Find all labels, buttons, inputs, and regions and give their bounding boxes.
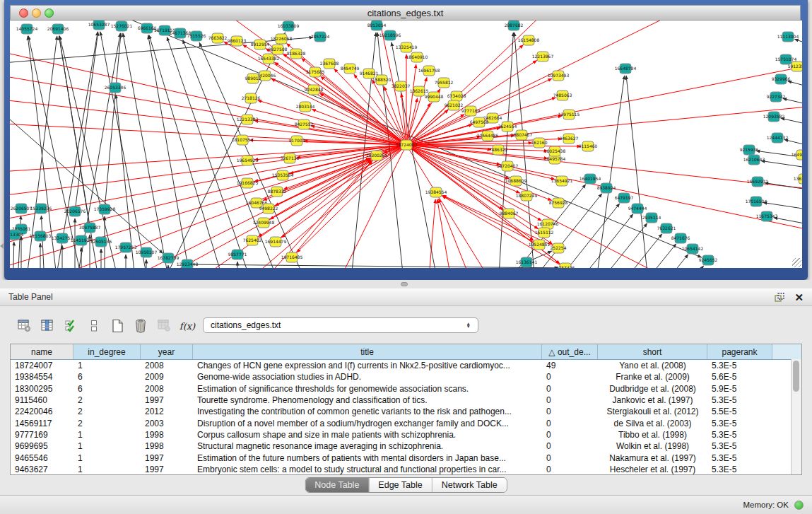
table-cell[interactable]: 5.9E-5 bbox=[707, 384, 772, 394]
table-cell[interactable]: Estimation of significance thresholds fo… bbox=[193, 384, 542, 394]
graph-edge[interactable] bbox=[73, 33, 120, 268]
table-row[interactable]: 1872400712008Changes of HCN gene express… bbox=[11, 360, 801, 371]
column-header-short[interactable]: short bbox=[598, 344, 707, 359]
graph-edge[interactable] bbox=[406, 145, 539, 229]
graph-edge[interactable] bbox=[763, 203, 802, 210]
table-cell[interactable]: 19384554 bbox=[11, 372, 73, 382]
table-cell[interactable]: Stergiakouli et al. (2012) bbox=[598, 407, 707, 416]
table-cell[interactable]: 1997 bbox=[141, 395, 193, 405]
table-cell[interactable]: 6 bbox=[73, 372, 141, 382]
table-cell[interactable]: 5.3E-5 bbox=[707, 453, 772, 463]
column-header-name[interactable]: name bbox=[11, 344, 73, 359]
graph-edge[interactable] bbox=[765, 183, 802, 190]
graph-edge[interactable] bbox=[17, 216, 21, 268]
graph-edge[interactable] bbox=[676, 266, 704, 268]
table-cell[interactable]: 9465546 bbox=[11, 453, 73, 463]
graph-edge[interactable] bbox=[297, 145, 406, 252]
splitter-collapse-arrow-icon[interactable] bbox=[0, 243, 4, 249]
table-cell[interactable]: Genome-wide association studies in ADHD. bbox=[193, 372, 542, 382]
table-cell[interactable]: 1 bbox=[73, 441, 141, 451]
table-cell[interactable]: 5.3E-5 bbox=[707, 430, 772, 440]
table-cell[interactable]: 5.6E-5 bbox=[707, 372, 772, 382]
graph-edge[interactable] bbox=[75, 32, 98, 211]
graph-edge[interactable] bbox=[783, 98, 802, 105]
table-cell[interactable]: Disruption of a novel member of a sodium… bbox=[193, 419, 542, 428]
table-cell[interactable]: Wolkin et al. (1998) bbox=[598, 441, 707, 451]
column-header-out_de[interactable]: △ out_de... bbox=[542, 344, 598, 359]
panel-divider[interactable] bbox=[0, 280, 812, 288]
table-cell[interactable]: 5.3E-5 bbox=[707, 395, 772, 405]
graph-edge[interactable] bbox=[10, 123, 406, 145]
table-cell[interactable]: 2012 bbox=[141, 407, 193, 416]
graph-edge[interactable] bbox=[281, 145, 406, 238]
graph-edge[interactable] bbox=[292, 161, 372, 257]
table-cell[interactable]: 9463627 bbox=[11, 465, 73, 474]
table-cell[interactable]: Structural magnetic resonance image aver… bbox=[193, 441, 542, 451]
table-cell[interactable]: 1997 bbox=[141, 465, 193, 474]
graph-edge[interactable] bbox=[761, 160, 802, 168]
table-cell[interactable]: 2008 bbox=[141, 384, 193, 394]
table-cell[interactable]: 22420046 bbox=[11, 407, 73, 416]
tab-edge-table[interactable]: Edge Table bbox=[369, 478, 432, 492]
column-header-title[interactable]: title bbox=[193, 344, 542, 359]
table-cell[interactable]: Embryonic stem cells: a model to study s… bbox=[193, 465, 542, 474]
table-cell[interactable]: 2008 bbox=[141, 361, 193, 370]
column-header-year[interactable]: year bbox=[141, 344, 193, 359]
row-height-icon[interactable] bbox=[87, 319, 101, 333]
node-table[interactable]: namein_degreeyeartitle△ out_de...shortpa… bbox=[10, 344, 802, 475]
table-cell[interactable]: 6 bbox=[73, 384, 141, 394]
graph-edge[interactable] bbox=[794, 39, 802, 45]
graph-edge[interactable] bbox=[100, 32, 151, 268]
table-cell[interactable]: 0 bbox=[542, 407, 598, 416]
table-row[interactable]: 946362711997Embryonic stem cells: a mode… bbox=[11, 464, 801, 475]
graph-edge[interactable] bbox=[10, 49, 406, 145]
function-builder-icon[interactable]: f(x) bbox=[180, 319, 194, 333]
table-cell[interactable]: 1 bbox=[73, 465, 141, 474]
scrollbar-thumb[interactable] bbox=[793, 361, 799, 392]
table-cell[interactable]: 2 bbox=[73, 407, 141, 416]
column-header-pagerank[interactable]: pagerank bbox=[707, 344, 772, 359]
table-cell[interactable]: Tibbo et al. (1998) bbox=[598, 430, 707, 440]
table-row[interactable]: 1456911722003Disruption of a novel membe… bbox=[11, 417, 801, 428]
table-cell[interactable]: Corpus callosum shape and size in male p… bbox=[193, 430, 542, 440]
graph-edge[interactable] bbox=[652, 255, 688, 268]
tab-network-table[interactable]: Network Table bbox=[433, 478, 507, 492]
graph-edge[interactable] bbox=[187, 264, 558, 268]
new-table-icon[interactable] bbox=[110, 319, 124, 333]
table-row[interactable]: 977716911998Corpus callosum shape and si… bbox=[11, 429, 801, 440]
table-cell[interactable]: Hescheler et al. (1997) bbox=[598, 465, 707, 474]
show-columns-icon[interactable] bbox=[64, 319, 78, 333]
table-cell[interactable]: Estimation of the future numbers of pati… bbox=[193, 453, 542, 463]
table-cell[interactable]: 0 bbox=[542, 384, 598, 394]
table-row[interactable]: 1938455462009Genome-wide association stu… bbox=[11, 371, 801, 382]
table-cell[interactable]: 1 bbox=[73, 361, 141, 370]
table-cell[interactable]: 0 bbox=[542, 372, 598, 382]
graph-edge[interactable] bbox=[774, 218, 802, 225]
table-cell[interactable]: 0 bbox=[542, 430, 598, 440]
graph-edge[interactable] bbox=[594, 76, 625, 268]
table-cell[interactable]: 9699695 bbox=[11, 441, 73, 451]
table-cell[interactable]: 18300295 bbox=[11, 384, 73, 394]
table-row[interactable]: 969969511998Structural magnetic resonanc… bbox=[11, 440, 801, 452]
table-row[interactable]: 2242004622012Investigating the contribut… bbox=[11, 406, 801, 417]
graph-edge[interactable] bbox=[406, 63, 802, 145]
graph-edge[interactable] bbox=[781, 118, 802, 125]
close-panel-icon[interactable]: ✕ bbox=[794, 292, 804, 303]
table-cell[interactable]: Nakamura et al. (1997) bbox=[598, 453, 707, 463]
window-titlebar[interactable]: citations_edges.txt bbox=[10, 5, 801, 21]
divider-handle-icon[interactable] bbox=[401, 282, 408, 286]
column-header-in_degree[interactable]: in_degree bbox=[73, 344, 141, 359]
graph-edge[interactable] bbox=[788, 81, 802, 88]
table-cell[interactable]: 0 bbox=[542, 419, 598, 428]
table-cell[interactable]: 0 bbox=[542, 453, 598, 463]
graph-edge[interactable] bbox=[41, 216, 45, 268]
table-cell[interactable]: 14569117 bbox=[11, 419, 73, 428]
graph-edge[interactable] bbox=[148, 35, 194, 268]
delete-table-icon[interactable] bbox=[134, 319, 148, 333]
table-cell[interactable]: Yano et al. (2008) bbox=[598, 361, 707, 370]
table-cell[interactable]: 5.3E-5 bbox=[707, 465, 772, 474]
table-scrollbar[interactable] bbox=[791, 359, 801, 474]
graph-edge[interactable] bbox=[10, 145, 406, 173]
table-cell[interactable]: 0 bbox=[542, 465, 598, 474]
table-cell[interactable]: 1998 bbox=[141, 430, 193, 440]
